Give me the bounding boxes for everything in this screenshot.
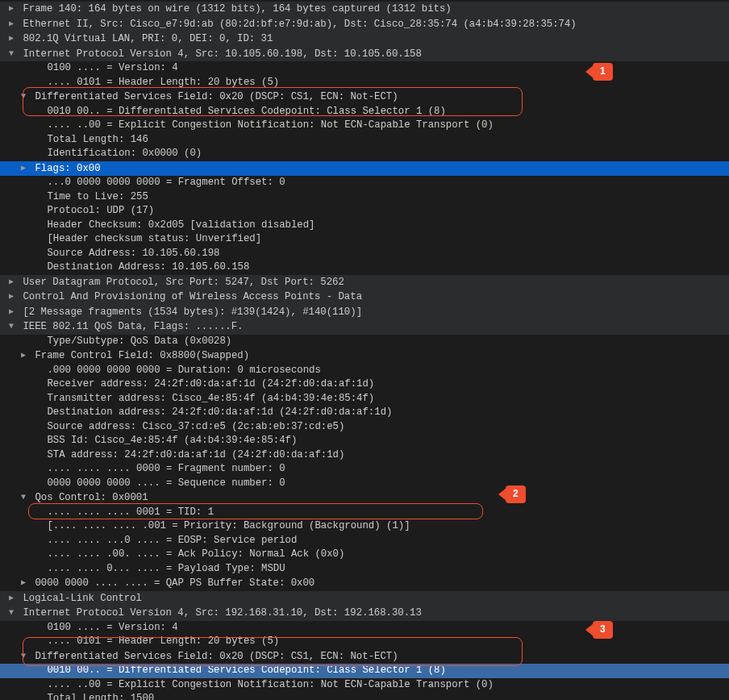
chevron-right-icon[interactable]: ▶ xyxy=(18,348,29,363)
tree-row-text: 802.1Q Virtual LAN, PRI: 0, DEI: 0, ID: … xyxy=(23,33,273,44)
chevron-down-icon[interactable]: ▼ xyxy=(18,90,29,104)
chevron-down-icon[interactable]: ▼ xyxy=(6,319,17,334)
tree-row-text: 0010 00.. = Differentiated Services Code… xyxy=(47,106,445,117)
tree-row-text: Total Length: 146 xyxy=(47,134,148,145)
tree-row[interactable]: Identification: 0x0000 (0) xyxy=(0,147,729,161)
tree-row[interactable]: Protocol: UDP (17) xyxy=(0,204,729,219)
packet-details-pane[interactable]: 1 2 3 ▶ Frame 140: 164 bytes on wire (13… xyxy=(0,2,729,700)
tree-row-text: [2 Message fragments (1534 bytes): #139(… xyxy=(23,306,362,318)
chevron-right-icon[interactable]: ▶ xyxy=(6,290,17,304)
tree-row[interactable]: Total Length: 146 xyxy=(0,133,729,148)
tree-row-text: Ethernet II, Src: Cisco_e7:9d:ab (80:2d:… xyxy=(23,19,576,30)
tree-row[interactable]: 0010 00.. = Differentiated Services Code… xyxy=(0,664,729,678)
tree-row[interactable]: Source address: Cisco_37:cd:e5 (2c:ab:eb… xyxy=(0,420,729,435)
tree-row[interactable]: ▶ Flags: 0x00 xyxy=(0,161,729,177)
tree-row[interactable]: ▼ Internet Protocol Version 4, Src: 10.1… xyxy=(0,47,729,62)
tree-row[interactable]: Source Address: 10.105.60.198 xyxy=(0,247,729,261)
tree-row[interactable]: ▼ Differentiated Services Field: 0x20 (D… xyxy=(0,649,729,665)
tree-row[interactable]: ▶ Frame 140: 164 bytes on wire (1312 bit… xyxy=(0,2,729,17)
tree-row-text: Frame 140: 164 bytes on wire (1312 bits)… xyxy=(23,3,451,15)
tree-row[interactable]: ▶ User Datagram Protocol, Src Port: 5247… xyxy=(0,275,729,290)
tree-row[interactable]: .... 0101 = Header Length: 20 bytes (5) xyxy=(0,76,729,90)
tree-row[interactable]: Transmitter address: Cisco_4e:85:4f (a4:… xyxy=(0,392,729,406)
tree-row[interactable]: .... .... .... 0000 = Fragment number: 0 xyxy=(0,462,729,477)
tree-row[interactable]: .... ..00 = Explicit Congestion Notifica… xyxy=(0,678,729,693)
tree-row-text: .... ..00 = Explicit Congestion Notifica… xyxy=(47,679,493,690)
tree-row-text: 0100 .... = Version: 4 xyxy=(47,62,177,73)
chevron-right-icon[interactable]: ▶ xyxy=(18,161,29,176)
chevron-right-icon[interactable]: ▶ xyxy=(6,591,17,606)
callout-1: 1 xyxy=(585,63,613,81)
tree-row[interactable]: .... ..00 = Explicit Congestion Notifica… xyxy=(0,119,729,133)
tree-row[interactable]: 0100 .... = Version: 4 xyxy=(0,61,729,76)
tree-row[interactable]: 0010 00.. = Differentiated Services Code… xyxy=(0,105,729,119)
tree-row[interactable]: STA address: 24:2f:d0:da:af:1d (24:2f:d0… xyxy=(0,448,729,463)
tree-row[interactable]: ▶ Ethernet II, Src: Cisco_e7:9d:ab (80:2… xyxy=(0,17,729,32)
chevron-right-icon[interactable]: ▶ xyxy=(6,275,17,290)
tree-row[interactable]: .... .... ...0 .... = EOSP: Service peri… xyxy=(0,534,729,548)
tree-row[interactable]: ▶ Frame Control Field: 0x8800(Swapped) xyxy=(0,348,729,364)
chevron-down-icon[interactable]: ▼ xyxy=(6,47,17,61)
tree-row[interactable]: ▼ Internet Protocol Version 4, Src: 192.… xyxy=(0,606,729,621)
tree-row[interactable]: ...0 0000 0000 0000 = Fragment Offset: 0 xyxy=(0,176,729,190)
tree-row[interactable]: ▶ 0000 0000 .... .... = QAP PS Buffer St… xyxy=(0,576,729,591)
tree-row-text: Source Address: 10.105.60.198 xyxy=(47,248,219,259)
tree-row-text: Header Checksum: 0x2d05 [validation disa… xyxy=(47,219,315,231)
tree-row-text: Internet Protocol Version 4, Src: 10.105… xyxy=(23,48,421,60)
chevron-down-icon[interactable]: ▼ xyxy=(6,606,17,620)
tree-row[interactable]: Total Length: 1500 xyxy=(0,692,729,700)
chevron-right-icon[interactable]: ▶ xyxy=(18,576,29,590)
chevron-right-icon[interactable]: ▶ xyxy=(6,17,17,31)
tree-row[interactable]: .... .... 0... .... = Payload Type: MSDU xyxy=(0,562,729,577)
tree-row[interactable]: 0100 .... = Version: 4 xyxy=(0,621,729,635)
tree-row-text: 0000 0000 0000 .... = Sequence number: 0 xyxy=(47,477,285,489)
tree-row[interactable]: ▶ 802.1Q Virtual LAN, PRI: 0, DEI: 0, ID… xyxy=(0,31,729,47)
tree-row[interactable]: Type/Subtype: QoS Data (0x0028) xyxy=(0,335,729,349)
tree-row-text: Frame Control Field: 0x8800(Swapped) xyxy=(35,350,249,361)
tree-row[interactable]: 0000 0000 0000 .... = Sequence number: 0 xyxy=(0,477,729,491)
chevron-right-icon[interactable]: ▶ xyxy=(6,31,17,46)
tree-row-text: .... ..00 = Explicit Congestion Notifica… xyxy=(47,119,493,131)
tree-row-text: 0010 00.. = Differentiated Services Code… xyxy=(47,665,445,676)
tree-row-text: Transmitter address: Cisco_4e:85:4f (a4:… xyxy=(47,393,374,404)
chevron-right-icon[interactable]: ▶ xyxy=(6,2,17,16)
tree-row-text: Protocol: UDP (17) xyxy=(47,205,154,216)
tree-row-text: .... .... ...0 .... = EOSP: Service peri… xyxy=(47,535,297,546)
tree-row-text: Differentiated Services Field: 0x20 (DSC… xyxy=(35,91,398,102)
tree-row[interactable]: .... .... .00. .... = Ack Policy: Normal… xyxy=(0,548,729,562)
chevron-right-icon[interactable]: ▶ xyxy=(6,305,17,319)
tree-row[interactable]: Receiver address: 24:2f:d0:da:af:1d (24:… xyxy=(0,377,729,392)
tree-row-text: [.... .... .... .001 = Priority: Backgro… xyxy=(47,520,410,531)
tree-row[interactable]: Destination Address: 10.105.60.158 xyxy=(0,260,729,275)
tree-row-text: Source address: Cisco_37:cd:e5 (2c:ab:eb… xyxy=(47,421,344,432)
tree-row[interactable]: BSS Id: Cisco_4e:85:4f (a4:b4:39:4e:85:4… xyxy=(0,434,729,448)
tree-row-text: Differentiated Services Field: 0x20 (DSC… xyxy=(35,651,398,662)
tree-row-text: Control And Provisioning of Wireless Acc… xyxy=(23,291,362,302)
tree-row[interactable]: Time to Live: 255 xyxy=(0,190,729,205)
tree-row[interactable]: .000 0000 0000 0000 = Duration: 0 micros… xyxy=(0,364,729,378)
tree-row-text: Receiver address: 24:2f:d0:da:af:1d (24:… xyxy=(47,378,374,390)
chevron-down-icon[interactable]: ▼ xyxy=(18,649,29,664)
tree-row[interactable]: ▶ [2 Message fragments (1534 bytes): #13… xyxy=(0,305,729,320)
tree-row[interactable]: ▶ Logical-Link Control xyxy=(0,591,729,606)
tree-row[interactable]: Header Checksum: 0x2d05 [validation disa… xyxy=(0,219,729,233)
tree-row-text: IEEE 802.11 QoS Data, Flags: ......F. xyxy=(23,321,243,332)
tree-row-text: Identification: 0x0000 (0) xyxy=(47,148,202,159)
chevron-down-icon[interactable]: ▼ xyxy=(18,490,29,505)
tree-row[interactable]: .... .... .... 0001 = TID: 1 xyxy=(0,506,729,520)
tree-row-text: Destination address: 24:2f:d0:da:af:1d (… xyxy=(47,406,392,418)
tree-row[interactable]: ▼ Differentiated Services Field: 0x20 (D… xyxy=(0,90,729,105)
tree-row-text: User Datagram Protocol, Src Port: 5247, … xyxy=(23,277,344,288)
tree-row[interactable]: ▶ Control And Provisioning of Wireless A… xyxy=(0,290,729,305)
tree-row[interactable]: .... 0101 = Header Length: 20 bytes (5) xyxy=(0,635,729,649)
tree-row-text: Flags: 0x00 xyxy=(35,163,100,174)
tree-row-text: .... .... 0... .... = Payload Type: MSDU xyxy=(47,563,285,574)
tree-row-text: .... .... .... 0001 = TID: 1 xyxy=(47,506,214,518)
tree-row[interactable]: ▼ Qos Control: 0x0001 xyxy=(0,490,729,506)
tree-row[interactable]: [.... .... .... .001 = Priority: Backgro… xyxy=(0,519,729,534)
tree-row-text: Type/Subtype: QoS Data (0x0028) xyxy=(47,335,231,347)
tree-row[interactable]: [Header checksum status: Unverified] xyxy=(0,232,729,247)
tree-row[interactable]: Destination address: 24:2f:d0:da:af:1d (… xyxy=(0,406,729,420)
tree-row[interactable]: ▼ IEEE 802.11 QoS Data, Flags: ......F. xyxy=(0,319,729,335)
tree-row-text: Time to Live: 255 xyxy=(47,191,148,202)
